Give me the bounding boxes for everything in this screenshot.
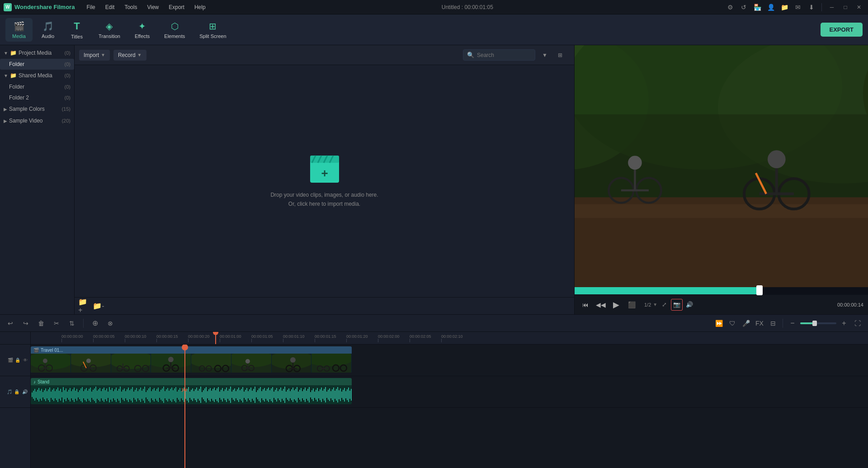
snapshot-button[interactable]: 📷 [671, 299, 683, 311]
zoom-slider-thumb[interactable] [812, 321, 817, 326]
toolbar-titles[interactable]: T Titles [63, 18, 90, 42]
sidebar-section-sample-colors[interactable]: ▶ Sample Colors (15) [0, 103, 74, 115]
svg-rect-184 [159, 392, 160, 398]
toolbar-elements[interactable]: ⬡ Elements [158, 18, 191, 42]
toolbar-transition[interactable]: ◈ Transition [92, 18, 127, 42]
svg-rect-142 [102, 389, 103, 401]
svg-rect-226 [217, 388, 217, 401]
play-button[interactable]: ▶ [610, 298, 623, 311]
svg-rect-311 [332, 389, 333, 400]
svg-rect-248 [246, 388, 247, 402]
refresh-icon[interactable]: ↺ [738, 2, 749, 13]
folder-icon[interactable]: 📁 [779, 2, 790, 13]
shield-icon[interactable]: 🛡 [726, 317, 738, 329]
drop-zone[interactable]: + Drop your video clips, images, or audi… [75, 65, 574, 297]
zoom-out-button[interactable]: − [787, 317, 798, 329]
audio-clip-stand[interactable]: ♪ Stand [31, 378, 352, 404]
sidebar-item-folder[interactable]: Folder (0) [0, 59, 74, 70]
store-icon[interactable]: 🏪 [752, 2, 763, 13]
svg-rect-313 [335, 391, 335, 399]
search-icon: 🔍 [467, 52, 474, 58]
volume-button[interactable]: 🔊 [684, 299, 695, 311]
search-input[interactable] [477, 52, 531, 58]
menu-view[interactable]: View [142, 2, 163, 12]
stop-button[interactable]: ⬛ [625, 298, 638, 311]
menu-edit[interactable]: Edit [101, 2, 119, 12]
svg-rect-303 [321, 388, 322, 402]
export-button[interactable]: EXPORT [821, 23, 863, 37]
fullscreen-tl-button[interactable]: ⛶ [852, 317, 863, 329]
fullscreen-button[interactable]: ⤢ [658, 299, 670, 311]
menu-help[interactable]: Help [190, 2, 210, 12]
sidebar-section-project-media[interactable]: ▼ 📁 Project Media (0) [0, 47, 74, 59]
svg-rect-179 [152, 389, 153, 400]
profile-icon[interactable]: 👤 [765, 2, 776, 13]
mail-icon[interactable]: ✉ [793, 2, 803, 13]
remove-folder-button[interactable]: 📁- [93, 300, 104, 312]
search-box[interactable]: 🔍 [463, 49, 535, 61]
sidebar-item-shared-folder1[interactable]: Folder (0) [0, 81, 74, 92]
toolbar-audio[interactable]: 🎵 Audio [34, 18, 61, 42]
svg-rect-115 [66, 388, 66, 401]
thumb-8 [311, 354, 352, 373]
sample-colors-label: Sample Colors [9, 106, 45, 112]
eye-icon: 👁 [23, 358, 28, 363]
fx-icon[interactable]: FX [754, 317, 765, 329]
svg-rect-281 [291, 389, 292, 400]
audio-track-row: ♪ Stand [31, 376, 868, 408]
add-folder-button[interactable]: 📁+ [78, 300, 90, 312]
sidebar-item-shared-folder2[interactable]: Folder 2 (0) [0, 92, 74, 103]
download-icon[interactable]: ⬇ [806, 2, 817, 13]
sidebar-section-sample-video[interactable]: ▶ Sample Video (20) [0, 115, 74, 127]
svg-rect-96 [40, 391, 41, 399]
toolbar-media[interactable]: 🎬 Media [5, 18, 33, 42]
filter-icon[interactable]: ▼ [539, 49, 551, 61]
svg-rect-195 [174, 388, 175, 401]
menu-file[interactable]: File [82, 2, 99, 12]
menu-tools[interactable]: Tools [120, 2, 142, 12]
split-audio-button[interactable]: ⇅ [66, 317, 78, 329]
close-button[interactable]: ✕ [854, 2, 864, 13]
settings-icon[interactable]: ⚙ [725, 2, 736, 13]
svg-rect-307 [326, 392, 327, 398]
add-track-button[interactable]: ⊕ [89, 317, 101, 329]
svg-rect-149 [112, 388, 113, 402]
cut-button[interactable]: ✂ [51, 317, 62, 329]
sidebar-section-shared-media[interactable]: ▼ 📁 Shared Media (0) [0, 70, 74, 81]
delete-button[interactable]: 🗑 [35, 317, 47, 329]
video-clip-travel[interactable]: 🎬 Travel 01... [31, 346, 352, 373]
svg-rect-104 [51, 392, 52, 398]
svg-rect-310 [330, 391, 331, 398]
toolbar-effects[interactable]: ✦ Effects [128, 18, 156, 42]
grid-view-icon[interactable]: ⊞ [554, 49, 566, 61]
split-view-icon[interactable]: ⊟ [767, 317, 779, 329]
go-to-start-button[interactable]: ⏮ [579, 298, 592, 311]
maximize-button[interactable]: □ [840, 2, 851, 13]
split-track-button[interactable]: ⊗ [104, 317, 116, 329]
titles-icon: T [74, 20, 80, 32]
zoom-in-button[interactable]: + [838, 317, 850, 329]
import-button[interactable]: Import ▼ [79, 50, 110, 61]
media-bottom-toolbar: 📁+ 📁- [75, 297, 574, 314]
preview-timeline[interactable] [575, 287, 868, 294]
svg-rect-134 [91, 392, 92, 398]
tick-6: 00:00:01:05 [251, 334, 283, 342]
menu-export[interactable]: Export [164, 2, 189, 12]
undo-button[interactable]: ↩ [5, 317, 16, 329]
zoom-slider-track[interactable] [800, 322, 836, 324]
speed-icon[interactable]: ⏩ [713, 317, 725, 329]
record-button[interactable]: Record ▼ [113, 50, 146, 61]
mic-icon[interactable]: 🎤 [740, 317, 752, 329]
audio-clip-name: Stand [38, 379, 49, 384]
preview-thumb[interactable] [756, 285, 763, 295]
svg-rect-156 [121, 392, 122, 398]
svg-rect-92 [34, 389, 35, 401]
redo-button[interactable]: ↪ [20, 317, 32, 329]
toolbar-split-screen[interactable]: ⊞ Split Screen [193, 18, 232, 42]
thumb-2 [71, 354, 111, 373]
sidebar: ▼ 📁 Project Media (0) Folder (0) ▼ 📁 Sha… [0, 45, 75, 314]
minimize-button[interactable]: ─ [826, 2, 837, 13]
step-back-button[interactable]: ◀◀ [594, 298, 607, 311]
tick-3: 00:00:00:15 [156, 334, 188, 342]
svg-rect-309 [329, 388, 330, 401]
